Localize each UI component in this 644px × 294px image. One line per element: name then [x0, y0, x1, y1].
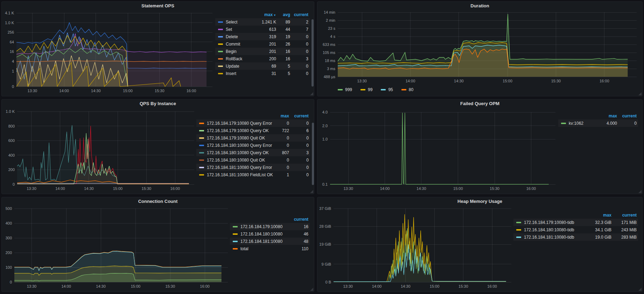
legend-series-label: RollBack: [218, 56, 254, 61]
series-color-swatch: [516, 222, 521, 223]
x-axis-tick-label: 13:30: [28, 89, 37, 93]
panel-resize-handle[interactable]: [310, 190, 313, 193]
legend-item[interactable]: 99: [360, 87, 372, 92]
legend-series-label: 172.16.184.181:10080 Query Error: [199, 165, 273, 170]
legend-row[interactable]: 172.16.184.181:10080 FieldList OK10: [196, 171, 310, 178]
y-axis-tick-label: 2.0: [322, 124, 328, 128]
legend-series-name: kv:1062: [569, 121, 583, 126]
series-color-swatch: [218, 58, 223, 60]
legend-column-header-current[interactable]: current: [617, 114, 637, 118]
legend-row[interactable]: 172.16.184.181:10080-tidb19.0 GiB283 MiB: [513, 233, 638, 241]
legend-row[interactable]: 172.16.184.180:1008046: [230, 230, 310, 238]
y-axis-tick-label: 2 min: [326, 18, 335, 22]
legend-row[interactable]: Insert3150: [215, 70, 310, 77]
legend-value: 3: [289, 150, 309, 155]
legend-row[interactable]: 172.16.184.180:10080 Quit OK00: [196, 156, 310, 164]
panel-resize-handle[interactable]: [310, 288, 313, 291]
heap-memory-usage-chart[interactable]: 37 GiB28 GiB19 GiB9 GiB0 B13:3014:0014:3…: [317, 206, 513, 291]
legend-item[interactable]: 95: [381, 87, 393, 92]
legend-value: 3: [290, 56, 308, 61]
legend-row[interactable]: 172.16.184.180:10080-tidb34.1 GiB243 MiB: [513, 226, 638, 233]
panel-title-connection-count[interactable]: Connection Count: [2, 197, 314, 206]
legend-column-header-current[interactable]: current: [611, 213, 637, 218]
panel-resize-handle[interactable]: [638, 288, 642, 291]
x-axis-tick-label: 14:00: [406, 79, 415, 83]
panel-title-qps-by-instance[interactable]: QPS By Instance: [2, 100, 314, 108]
legend-series-name: 172.16.184.179:10080 Query Error: [207, 121, 272, 126]
legend-header-row: max▼avgcurrent: [215, 11, 310, 18]
legend-column-header-current[interactable]: current: [290, 12, 308, 17]
series-color-swatch: [516, 237, 521, 238]
legend-row[interactable]: Update6950: [215, 62, 310, 70]
x-axis-tick-label: 15:00: [131, 284, 141, 288]
legend-column-header-max[interactable]: max: [595, 114, 617, 118]
legend-row[interactable]: RollBack200163: [215, 55, 310, 62]
legend-column-header-avg[interactable]: avg: [276, 12, 290, 17]
legend-series-name: 172.16.184.181:10080: [240, 239, 282, 244]
legend-row[interactable]: kv:10624.0000: [558, 119, 638, 127]
panel-title-failed-query-opm[interactable]: Failed Query OPM: [317, 100, 642, 108]
y-axis-tick-label: 633 ms: [323, 42, 336, 47]
legend-row[interactable]: Select1.241 K892: [215, 18, 310, 26]
legend-row[interactable]: 172.16.184.180:10080 Query OK8073: [196, 149, 310, 156]
legend-row[interactable]: 172.16.184.180:10080 Query Error00: [196, 142, 310, 149]
y-axis-tick-label: 64: [10, 40, 14, 44]
legend-row[interactable]: Set613447: [215, 26, 310, 33]
legend-value: 1.241 K: [254, 20, 276, 25]
legend-series-name: 172.16.184.180:10080-tidb: [524, 227, 574, 232]
legend-scrollbar[interactable]: [312, 123, 314, 185]
connection-count-chart[interactable]: 500400300200100013:3014:0014:3015:0015:3…: [2, 206, 230, 291]
duration-legend: 999999580: [317, 85, 642, 92]
qps-by-instance-chart[interactable]: 1.0 K800600400200013:3014:0014:3015:0015…: [2, 108, 196, 193]
legend-column-header-current[interactable]: current: [289, 114, 309, 118]
series-line-kv:1062: [330, 113, 549, 184]
y-axis-tick-label: 9 GiB: [321, 262, 331, 266]
legend-column-header-current[interactable]: current: [289, 217, 308, 222]
series-color-swatch: [218, 36, 223, 37]
legend-row[interactable]: 172.16.184.181:10080 Query Error00: [196, 164, 310, 171]
x-axis-tick-label: 13:30: [343, 284, 353, 288]
x-axis-tick-label: 16:00: [600, 79, 609, 83]
legend-column-header-max[interactable]: max: [273, 114, 289, 118]
legend-column-header-max[interactable]: max▼: [254, 12, 276, 17]
legend-item[interactable]: 999: [338, 87, 352, 92]
legend-series-label: 172.16.184.180:10080 Query Error: [199, 143, 273, 148]
legend-value: 5: [276, 64, 290, 69]
statement-ops-chart[interactable]: 4.1 K1.0 K256641641013:3014:0014:3015:00…: [2, 10, 215, 96]
panel-title-heap-memory-usage[interactable]: Heap Memory Usage: [317, 197, 642, 206]
legend-column-header-max[interactable]: max: [582, 213, 611, 218]
panel-title-duration[interactable]: Duration: [317, 2, 642, 10]
series-color-swatch: [516, 229, 521, 231]
legend-series-label: kv:1062: [561, 121, 595, 126]
legend-row[interactable]: Delete319190: [215, 33, 310, 40]
legend-series-label: 172.16.184.179:10080 Query Error: [199, 121, 273, 126]
failed-query-opm-chart[interactable]: 4.02.01.00.113:3014:0014:3015:0015:3016:…: [317, 108, 558, 193]
legend-row[interactable]: 172.16.184.179:10080-tidb32.3 GiB171 MiB: [513, 219, 638, 226]
panel-resize-handle[interactable]: [310, 92, 313, 95]
series-color-swatch: [199, 167, 204, 168]
legend-row[interactable]: total110: [230, 245, 310, 252]
duration-chart[interactable]: 14 min2 min23 s4 s633 ms105 ms18 ms3 ms4…: [317, 10, 642, 85]
legend-value: 31: [254, 71, 276, 76]
legend-series-name: 172.16.184.180:10080 Query OK: [207, 150, 269, 155]
legend-row[interactable]: 172.16.184.179:10080 Query Error00: [196, 119, 310, 127]
panel-title-statement-ops[interactable]: Statement OPS: [2, 2, 314, 10]
y-axis-tick-label: 0.1: [322, 182, 328, 186]
legend-row[interactable]: 172.16.184.179:10080 Query OK7226: [196, 127, 310, 134]
legend-row[interactable]: Begin201160: [215, 48, 310, 55]
series-color-swatch: [199, 159, 204, 161]
panel-resize-handle[interactable]: [638, 92, 642, 95]
panel-resize-handle[interactable]: [638, 190, 642, 193]
series-color-swatch: [199, 145, 204, 146]
legend-item[interactable]: 80: [401, 87, 413, 92]
legend-scrollbar[interactable]: [312, 19, 314, 87]
y-axis-tick-label: 0: [10, 280, 12, 284]
legend-row[interactable]: 172.16.184.179:10080 Quit OK00: [196, 134, 310, 142]
legend-row[interactable]: Commit201260: [215, 40, 310, 48]
legend-value: 16: [289, 224, 308, 229]
legend-row[interactable]: 172.16.184.179:1008016: [230, 223, 310, 230]
y-axis-tick-label: 16: [10, 49, 14, 54]
legend-series-name: 172.16.184.179:10080 Query OK: [207, 128, 269, 133]
legend-row[interactable]: 172.16.184.181:1008048: [230, 238, 310, 245]
panel-connection-count: Connection Count 500400300200100013:3014…: [1, 197, 314, 292]
